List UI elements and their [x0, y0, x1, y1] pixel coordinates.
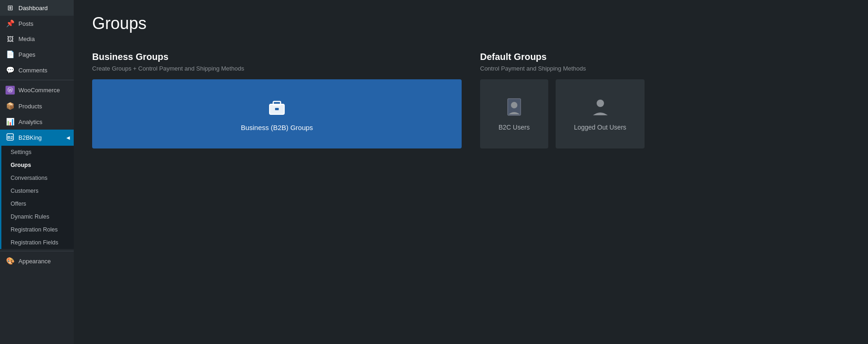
b2c-users-icon — [504, 97, 524, 117]
submenu-item-settings[interactable]: Settings — [1, 146, 74, 159]
default-groups-title: Default Groups — [480, 52, 850, 62]
sidebar-item-woocommerce[interactable]: Ⓦ WooCommerce — [0, 82, 74, 98]
sidebar: ⊞ Dashboard 📌 Posts 🖼 Media 📄 Pages 💬 Co… — [0, 0, 74, 344]
submenu-item-offers[interactable]: Offers — [1, 197, 74, 210]
loggedout-users-icon — [590, 97, 610, 117]
sidebar-item-products[interactable]: 📦 Products — [0, 98, 74, 114]
submenu-item-registration-roles[interactable]: Registration Roles — [1, 223, 74, 236]
loggedout-card-label: Logged Out Users — [574, 124, 627, 131]
products-icon: 📦 — [6, 102, 15, 110]
sidebar-item-label: WooCommerce — [18, 87, 60, 94]
comments-icon: 💬 — [6, 66, 15, 74]
sidebar-item-label: Media — [18, 36, 35, 42]
dashboard-icon: ⊞ — [6, 4, 15, 12]
woocommerce-icon: Ⓦ — [6, 86, 15, 95]
sidebar-divider-2 — [0, 251, 74, 251]
submenu-item-conversations[interactable]: Conversations — [1, 172, 74, 184]
svg-point-7 — [511, 102, 517, 108]
default-groups-section: Default Groups Control Payment and Shipp… — [480, 52, 850, 148]
sidebar-item-label: Posts — [18, 20, 34, 27]
svg-point-8 — [597, 100, 604, 107]
appearance-icon: 🎨 — [6, 257, 15, 265]
default-groups-desc: Control Payment and Shipping Methods — [480, 65, 850, 72]
sidebar-item-pages[interactable]: 📄 Pages — [0, 47, 74, 62]
b2c-users-card[interactable]: B2C Users — [480, 79, 548, 148]
b2bking-submenu: Settings Groups Conversations Customers … — [0, 146, 74, 249]
pages-icon: 📄 — [6, 50, 15, 59]
groups-grid: Business Groups Create Groups + Control … — [92, 52, 850, 148]
submenu-item-customers[interactable]: Customers — [1, 184, 74, 197]
posts-icon: 📌 — [6, 19, 15, 28]
sidebar-item-comments[interactable]: 💬 Comments — [0, 62, 74, 78]
submenu-item-registration-fields[interactable]: Registration Fields — [1, 236, 74, 249]
submenu-item-dynamic-rules[interactable]: Dynamic Rules — [1, 210, 74, 223]
sidebar-item-label: Appearance — [18, 258, 51, 265]
briefcase-icon — [267, 97, 287, 117]
business-groups-desc: Create Groups + Control Payment and Ship… — [92, 65, 462, 72]
sidebar-divider — [0, 80, 74, 80]
sidebar-item-b2bking[interactable]: B2 B2BKing ◀ — [0, 130, 74, 146]
b2bking-icon: B2 — [6, 133, 15, 142]
business-card-label: Business (B2B) Groups — [241, 124, 313, 131]
b2c-card-label: B2C Users — [499, 124, 530, 131]
media-icon: 🖼 — [6, 35, 15, 43]
analytics-icon: 📊 — [6, 118, 15, 126]
business-b2b-groups-card[interactable]: Business (B2B) Groups — [92, 79, 462, 148]
submenu-item-groups[interactable]: Groups — [1, 159, 74, 172]
default-group-cards: B2C Users Logged Out Users — [480, 79, 850, 148]
sidebar-item-label: B2BKing — [18, 134, 42, 141]
sidebar-item-analytics[interactable]: 📊 Analytics — [0, 114, 74, 130]
sidebar-item-appearance[interactable]: 🎨 Appearance — [0, 253, 74, 269]
sidebar-item-label: Products — [18, 103, 42, 110]
business-group-cards: Business (B2B) Groups — [92, 79, 462, 148]
sidebar-item-dashboard[interactable]: ⊞ Dashboard — [0, 0, 74, 16]
main-content: Groups Business Groups Create Groups + C… — [74, 0, 868, 344]
sidebar-item-media[interactable]: 🖼 Media — [0, 31, 74, 47]
business-groups-section: Business Groups Create Groups + Control … — [92, 52, 462, 148]
sidebar-item-label: Dashboard — [18, 5, 48, 12]
collapse-arrow: ◀ — [66, 135, 70, 140]
logged-out-users-card[interactable]: Logged Out Users — [556, 79, 645, 148]
svg-rect-5 — [275, 108, 279, 110]
sidebar-item-label: Pages — [18, 51, 35, 58]
sidebar-item-label: Comments — [18, 67, 47, 74]
page-title: Groups — [92, 14, 850, 33]
sidebar-item-label: Analytics — [18, 119, 42, 125]
business-groups-title: Business Groups — [92, 52, 462, 62]
sidebar-item-posts[interactable]: 📌 Posts — [0, 16, 74, 31]
svg-text:B2: B2 — [7, 135, 13, 140]
